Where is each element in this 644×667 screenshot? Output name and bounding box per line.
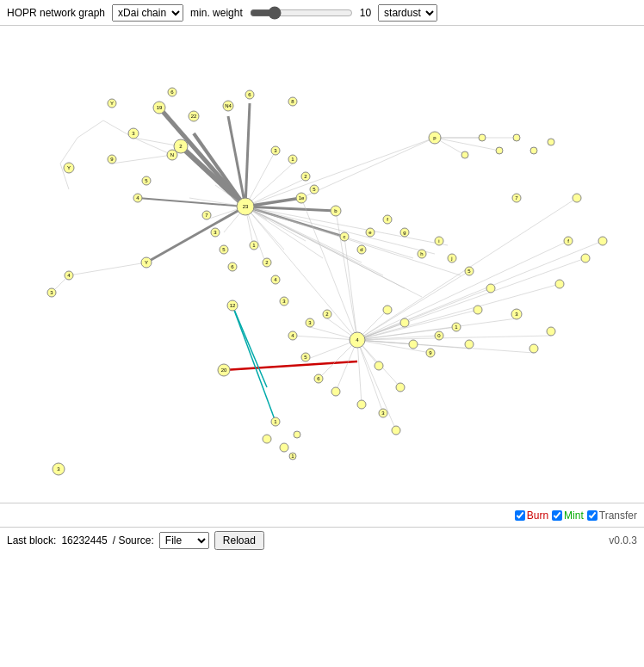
svg-point-200	[331, 387, 340, 396]
svg-line-48	[319, 340, 357, 379]
svg-line-60	[357, 340, 534, 353]
svg-point-124	[211, 228, 220, 237]
svg-point-216	[465, 340, 474, 349]
weight-slider[interactable]	[250, 6, 353, 20]
svg-line-37	[357, 340, 430, 353]
svg-line-8	[146, 207, 245, 262]
svg-point-177	[548, 139, 554, 145]
svg-line-4	[245, 103, 250, 207]
svg-point-116	[65, 271, 73, 280]
svg-point-84	[350, 332, 365, 348]
svg-point-140	[288, 155, 297, 164]
svg-point-182	[529, 344, 538, 353]
svg-line-38	[357, 336, 439, 340]
svg-point-206	[375, 361, 383, 370]
graph-container: 23 4 2 19 22 N4 6 8 6 Y 3 9	[0, 26, 644, 503]
svg-line-50	[357, 340, 362, 405]
svg-point-134	[263, 258, 271, 267]
svg-point-148	[310, 185, 319, 194]
svg-line-9	[138, 198, 245, 207]
svg-point-152	[340, 232, 349, 241]
transfer-checkbox[interactable]	[587, 510, 598, 521]
svg-point-183	[547, 327, 555, 336]
svg-point-212	[435, 331, 443, 340]
svg-point-94	[245, 90, 254, 99]
svg-point-142	[301, 172, 310, 181]
svg-point-196	[301, 353, 310, 361]
svg-point-128	[228, 262, 237, 271]
svg-point-173	[479, 134, 486, 141]
svg-point-209	[409, 340, 418, 349]
burn-checkbox[interactable]	[515, 510, 525, 521]
mint-checkbox[interactable]	[552, 510, 562, 521]
weight-value: 10	[360, 7, 371, 19]
svg-point-88	[153, 102, 165, 114]
svg-point-126	[220, 245, 228, 254]
svg-line-11	[232, 306, 276, 422]
svg-point-104	[108, 155, 116, 164]
transfer-label: Transfer	[599, 510, 637, 522]
svg-line-14	[245, 151, 276, 207]
mint-legend: Mint	[552, 510, 584, 522]
svg-point-218	[486, 284, 495, 293]
svg-point-226	[289, 453, 296, 460]
svg-line-65	[357, 241, 603, 340]
svg-line-42	[357, 288, 491, 340]
reload-button[interactable]: Reload	[214, 531, 264, 550]
svg-point-162	[418, 250, 426, 258]
svg-point-208	[400, 318, 409, 327]
svg-point-106	[64, 163, 74, 173]
svg-point-130	[227, 300, 238, 311]
svg-point-202	[379, 409, 387, 417]
svg-point-98	[168, 88, 176, 96]
svg-point-210	[426, 349, 435, 357]
svg-point-178	[512, 194, 521, 202]
svg-point-170	[429, 132, 441, 144]
svg-point-102	[128, 128, 139, 139]
svg-point-92	[223, 101, 233, 111]
min-weight-label: min. weight	[190, 7, 243, 19]
svg-line-33	[245, 207, 413, 258]
svg-point-189	[555, 280, 564, 288]
svg-line-77	[77, 120, 103, 138]
svg-point-176	[530, 147, 537, 154]
svg-point-138	[280, 297, 288, 306]
last-block-label: Last block:	[7, 534, 56, 547]
version-label: v0.0.3	[609, 534, 637, 547]
svg-point-223	[263, 435, 271, 443]
svg-line-52	[357, 340, 396, 430]
svg-point-164	[435, 237, 443, 245]
svg-line-57	[336, 211, 357, 340]
svg-point-114	[141, 257, 152, 268]
chain-select[interactable]: xDai chain Ethereum	[112, 4, 183, 22]
burn-label: Burn	[527, 510, 548, 522]
svg-point-204	[392, 426, 400, 435]
svg-point-225	[294, 431, 300, 438]
svg-line-24	[245, 207, 306, 241]
svg-point-184	[564, 237, 573, 245]
burn-legend: Burn	[515, 510, 548, 522]
svg-point-136	[271, 275, 280, 284]
network-graph[interactable]: 23 4 2 19 22 N4 6 8 6 Y 3 9	[0, 26, 644, 503]
svg-point-217	[474, 306, 482, 314]
svg-point-146	[271, 146, 280, 155]
source-select[interactable]: File HTTP WS	[159, 532, 209, 549]
svg-point-156	[366, 228, 375, 237]
svg-point-205	[396, 383, 405, 392]
mint-label: Mint	[564, 510, 584, 522]
svg-point-219	[218, 364, 230, 376]
svg-line-55	[245, 207, 357, 340]
svg-point-180	[511, 309, 522, 319]
svg-point-207	[383, 306, 392, 314]
svg-line-29	[245, 207, 422, 297]
svg-point-174	[496, 147, 503, 154]
svg-point-187	[598, 237, 607, 245]
svg-line-25	[245, 207, 323, 258]
source-label: / Source:	[113, 534, 154, 547]
svg-point-190	[323, 310, 331, 318]
last-block-value: 16232445	[61, 534, 107, 547]
svg-point-168	[465, 267, 474, 275]
svg-point-112	[133, 194, 142, 202]
footer: Last block: 16232445 / Source: File HTTP…	[0, 528, 644, 553]
style-select[interactable]: stardust light dark	[378, 4, 437, 22]
